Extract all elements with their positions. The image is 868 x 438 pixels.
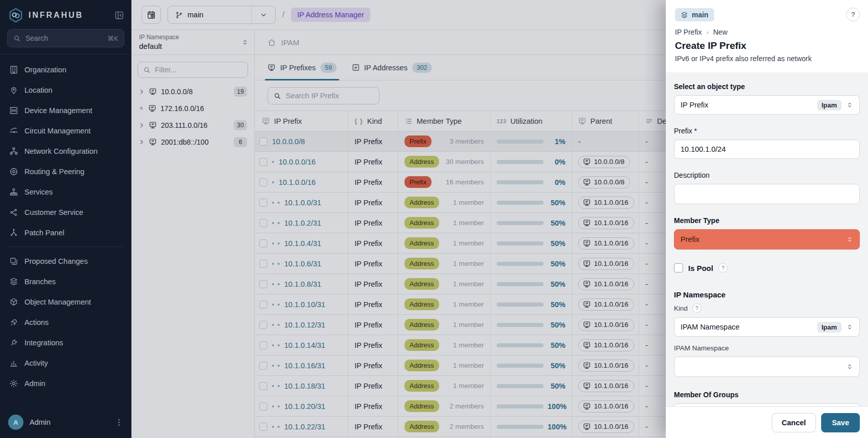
updown-chevron-icon bbox=[846, 101, 853, 108]
is-pool-label: Is Pool bbox=[688, 264, 713, 272]
kind-label: Kind bbox=[674, 305, 688, 312]
ip-namespace-heading: IP Namespace bbox=[674, 290, 860, 299]
ipam-namespace-label: IPAM Namespace bbox=[674, 344, 729, 352]
prefix-label: Prefix * bbox=[674, 127, 860, 135]
ipam-namespace-select[interactable] bbox=[674, 357, 860, 377]
drawer-breadcrumb: IP Prefix › New bbox=[675, 28, 859, 36]
ipam-badge: Ipam bbox=[817, 322, 842, 333]
branch-badge-label: main bbox=[692, 11, 709, 19]
kind-help-icon[interactable]: ? bbox=[692, 304, 701, 313]
is-pool-checkbox[interactable] bbox=[674, 263, 683, 272]
app-screen: INFRAHUB Search ⌘K OrganizationLocationD… bbox=[0, 0, 868, 438]
object-type-label: Select an object type bbox=[674, 83, 860, 91]
prefix-value: 10.100.1.0/24 bbox=[681, 145, 853, 153]
drawer-header: main ? IP Prefix › New Create IP Prefix … bbox=[666, 0, 868, 72]
drawer-footer: Cancel Save bbox=[666, 406, 868, 438]
cancel-button[interactable]: Cancel bbox=[772, 413, 817, 432]
updown-chevron-icon bbox=[846, 236, 853, 243]
kind-label-row: Kind ? bbox=[674, 304, 860, 313]
description-input[interactable] bbox=[674, 184, 860, 204]
prefix-group: Prefix * 10.100.1.0/24 bbox=[674, 127, 860, 159]
layers-icon bbox=[681, 11, 688, 19]
chevron-right-icon: › bbox=[707, 29, 709, 36]
is-pool-group: Is Pool ? bbox=[674, 263, 860, 272]
breadcrumb-parent[interactable]: IP Prefix bbox=[675, 28, 702, 36]
object-type-value: IP Prefix bbox=[681, 101, 817, 109]
drawer-subtitle: IPv6 or IPv4 prefix also referred as net… bbox=[675, 54, 859, 63]
ipam-namespace-label-row: IPAM Namespace bbox=[674, 344, 860, 352]
kind-select[interactable]: IPAM Namespace Ipam bbox=[674, 317, 860, 337]
drawer-form: Select an object type IP Prefix Ipam Pre… bbox=[666, 72, 868, 406]
member-type-label: Member Type bbox=[674, 216, 860, 225]
prefix-input[interactable]: 10.100.1.0/24 bbox=[674, 140, 860, 159]
description-group: Description bbox=[674, 171, 860, 204]
member-type-group: Member Type Prefix bbox=[674, 216, 860, 250]
groups-group: Member Of Groups bbox=[674, 391, 860, 406]
help-button[interactable]: ? bbox=[846, 8, 860, 21]
object-type-select[interactable]: IP Prefix Ipam bbox=[674, 95, 860, 115]
description-label: Description bbox=[674, 171, 860, 179]
member-type-value: Prefix bbox=[681, 235, 846, 243]
is-pool-help-icon[interactable]: ? bbox=[718, 263, 727, 272]
updown-chevron-icon bbox=[846, 323, 853, 331]
groups-label: Member Of Groups bbox=[674, 391, 860, 399]
save-button[interactable]: Save bbox=[821, 413, 860, 432]
branch-badge: main bbox=[675, 8, 714, 21]
updown-chevron-icon bbox=[846, 363, 853, 370]
breadcrumb-current: New bbox=[713, 28, 727, 36]
drawer-title: Create IP Prefix bbox=[675, 40, 859, 51]
object-type-group: Select an object type IP Prefix Ipam bbox=[674, 83, 860, 115]
kind-value: IPAM Namespace bbox=[681, 323, 817, 331]
create-ip-prefix-drawer: main ? IP Prefix › New Create IP Prefix … bbox=[666, 0, 868, 438]
member-type-select[interactable]: Prefix bbox=[674, 229, 860, 250]
ipam-badge: Ipam bbox=[817, 100, 842, 111]
